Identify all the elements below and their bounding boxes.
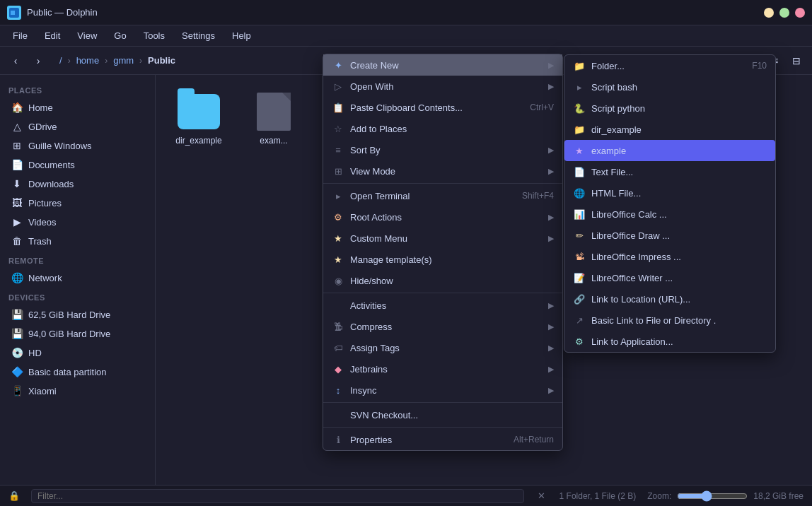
ctx-jetbrains[interactable]: ◆ Jetbrains ▶ <box>323 358 562 380</box>
ctx-root-actions[interactable]: ⚙ Root Actions ▶ <box>323 206 562 228</box>
sidebar-item-hd[interactable]: 💿 HD <box>3 343 152 362</box>
sub-dir-example[interactable]: 📁 dir_example <box>564 119 775 140</box>
close-button[interactable] <box>795 8 805 18</box>
dir-example-sub-icon: 📁 <box>573 123 586 136</box>
ctx-label-properties: Properties <box>350 435 508 445</box>
gdrive-icon: △ <box>11 121 23 132</box>
bread-root[interactable]: / <box>57 54 65 67</box>
sidebar-label-pictures: Pictures <box>28 198 62 208</box>
sub-example[interactable]: ★ example <box>564 140 775 161</box>
bread-gmm[interactable]: gmm <box>110 54 137 67</box>
menu-go[interactable]: Go <box>107 28 133 43</box>
sub-label-link-app: Link to Application... <box>591 336 767 347</box>
context-menu[interactable]: ✦ Create New ▶ 📁 Folder... F10 ▸ Script … <box>323 54 563 451</box>
sub-basic-link[interactable]: ↗ Basic Link to File or Directory . <box>564 310 775 331</box>
sub-label-html-file: HTML File... <box>591 188 767 199</box>
sidebar-item-network[interactable]: 🌐 Network <box>3 269 152 287</box>
minimize-button[interactable] <box>764 8 774 18</box>
sub-text-file[interactable]: 📄 Text File... <box>564 161 775 182</box>
menu-file[interactable]: File <box>6 28 35 43</box>
ctx-view-mode[interactable]: ⊞ View Mode ▶ <box>323 160 562 182</box>
sub-lo-calc[interactable]: 📊 LibreOffice Calc ... <box>564 204 775 225</box>
filter-input[interactable] <box>37 491 518 501</box>
file-item-dir-example[interactable]: dir_example <box>167 86 231 151</box>
compress-icon: 🗜 <box>332 320 344 333</box>
ctx-compress[interactable]: 🗜 Compress ▶ <box>323 316 562 337</box>
ctx-open-with[interactable]: ▷ Open With ▶ <box>323 76 562 97</box>
sub-lo-writer[interactable]: 📝 LibreOffice Writer ... <box>564 267 775 288</box>
sidebar-item-hdd62[interactable]: 💾 62,5 GiB Hard Drive <box>3 305 152 324</box>
link-app-icon: ⚙ <box>573 335 586 348</box>
ctx-insync[interactable]: ↕ Insync ▶ <box>323 380 562 401</box>
back-button[interactable]: ‹ <box>6 51 25 71</box>
sidebar-item-guille-windows[interactable]: ⊞ Guille Windows <box>3 136 152 155</box>
ctx-label-open-terminal: Open Terminal <box>350 191 516 201</box>
bread-home[interactable]: home <box>74 54 103 67</box>
filter-bar[interactable] <box>31 489 524 503</box>
menu-edit[interactable]: Edit <box>37 28 67 43</box>
zoom-slider[interactable] <box>677 490 748 502</box>
custom-menu-arrow: ▶ <box>548 234 554 243</box>
maximize-button[interactable] <box>779 8 789 18</box>
script-python-icon: 🐍 <box>573 102 586 114</box>
sidebar-item-gdrive[interactable]: △ GDrive <box>3 117 152 136</box>
menu-tools[interactable]: Tools <box>137 28 172 43</box>
ctx-paste[interactable]: 📋 Paste Clipboard Contents... Ctrl+V <box>323 97 562 118</box>
jetbrains-arrow: ▶ <box>548 365 554 374</box>
view-split-button[interactable]: ⊟ <box>787 51 806 71</box>
ctx-sort-by[interactable]: ≡ Sort By ▶ <box>323 139 562 160</box>
file-label-dir-example: dir_example <box>175 136 221 146</box>
zoom-area: Zoom: 18,2 GiB free <box>647 490 804 502</box>
sub-lo-impress[interactable]: 📽 LibreOffice Impress ... <box>564 246 775 267</box>
sidebar-item-hdd94[interactable]: 💾 94,0 GiB Hard Drive <box>3 324 152 343</box>
ctx-activities[interactable]: Activities ▶ <box>323 295 562 316</box>
ctx-assign-tags[interactable]: 🏷 Assign Tags ▶ <box>323 337 562 358</box>
sidebar-item-basic-partition[interactable]: 🔷 Basic data partition <box>3 363 152 381</box>
sub-label-basic-link: Basic Link to File or Directory . <box>591 315 767 326</box>
sub-script-python[interactable]: 🐍 Script python <box>564 98 775 119</box>
insync-icon: ↕ <box>332 384 344 396</box>
sub-link-app[interactable]: ⚙ Link to Application... <box>564 331 775 352</box>
ctx-open-terminal[interactable]: ▸ Open Terminal Shift+F4 <box>323 185 562 206</box>
sidebar-item-trash[interactable]: 🗑 Trash <box>3 232 152 250</box>
sub-label-script-python: Script python <box>591 103 767 114</box>
menu-view[interactable]: View <box>70 28 104 43</box>
forward-button[interactable]: › <box>28 51 48 71</box>
sidebar-item-xiaomi[interactable]: 📱 Xiaomi <box>3 382 152 400</box>
sidebar-item-pictures[interactable]: 🖼 Pictures <box>3 194 152 212</box>
ctx-manage-templates[interactable]: ★ Manage template(s) <box>323 249 562 270</box>
sub-folder[interactable]: 📁 Folder... F10 <box>564 55 775 76</box>
title-bar-left: Public — Dolphin <box>7 6 98 20</box>
ctx-add-places[interactable]: ☆ Add to Places <box>323 118 562 139</box>
ctx-svn-checkout[interactable]: SVN Checkout... <box>323 404 562 425</box>
sub-html-file[interactable]: 🌐 HTML File... <box>564 182 775 204</box>
text-file-icon: 📄 <box>573 165 586 178</box>
sidebar-item-videos[interactable]: ▶ Videos <box>3 213 152 231</box>
sub-lo-draw[interactable]: ✏ LibreOffice Draw ... <box>564 225 775 246</box>
sub-link-location[interactable]: 🔗 Link to Location (URL)... <box>564 288 775 310</box>
sidebar-label-hdd62: 62,5 GiB Hard Drive <box>28 310 110 320</box>
hdd94-icon: 💾 <box>11 328 23 339</box>
sort-by-arrow: ▶ <box>548 146 554 155</box>
sidebar-label-home: Home <box>28 102 53 113</box>
menu-help[interactable]: Help <box>225 28 258 43</box>
sub-script-bash[interactable]: ▸ Script bash <box>564 76 775 98</box>
divider-1 <box>323 183 562 184</box>
sub-label-lo-draw: LibreOffice Draw ... <box>591 230 767 241</box>
sub-label-lo-calc: LibreOffice Calc ... <box>591 209 767 220</box>
filter-close-icon[interactable]: ✕ <box>535 490 548 502</box>
bread-public[interactable]: Public <box>145 54 178 67</box>
ctx-create-new[interactable]: ✦ Create New ▶ 📁 Folder... F10 ▸ Script … <box>323 54 562 76</box>
ctx-properties[interactable]: ℹ Properties Alt+Return <box>323 429 562 450</box>
html-file-icon: 🌐 <box>573 187 586 199</box>
sidebar-item-home[interactable]: 🏠 Home <box>3 98 152 117</box>
add-places-icon: ☆ <box>332 122 344 135</box>
create-new-submenu[interactable]: 📁 Folder... F10 ▸ Script bash 🐍 Script p… <box>564 54 776 353</box>
status-info: 1 Folder, 1 File (2 B) <box>559 491 637 501</box>
ctx-hide-show[interactable]: ◉ Hide/show <box>323 270 562 291</box>
menu-settings[interactable]: Settings <box>175 28 222 43</box>
sidebar-item-documents[interactable]: 📄 Documents <box>3 155 152 174</box>
file-item-example[interactable]: exam... <box>242 86 306 151</box>
ctx-custom-menu[interactable]: ★ Custom Menu ▶ <box>323 228 562 249</box>
sidebar-item-downloads[interactable]: ⬇ Downloads <box>3 175 152 193</box>
